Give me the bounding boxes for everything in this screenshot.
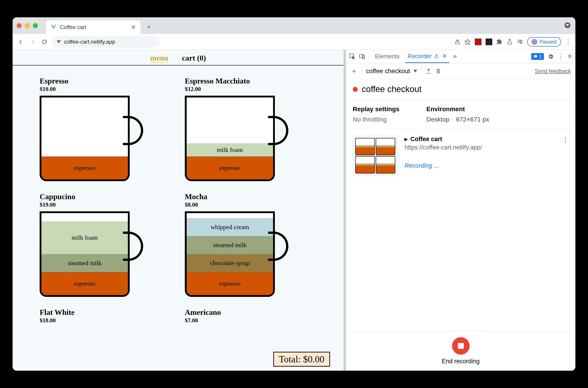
svg-marker-4 xyxy=(465,39,470,44)
nav-menu-link[interactable]: menu xyxy=(150,54,168,63)
coffee-name: Americano xyxy=(185,308,317,317)
browser-toolbar: coffee-cart.netlify.app xyxy=(13,34,575,50)
devtools-settings-icon[interactable] xyxy=(547,53,554,60)
delete-recording-icon[interactable] xyxy=(436,68,441,74)
site-info-button[interactable] xyxy=(57,40,61,44)
end-recording-label: End recording xyxy=(442,358,480,365)
inspect-element-icon[interactable] xyxy=(349,53,355,60)
layer-steamed-milk: steamed milk xyxy=(41,254,128,272)
extension-icon[interactable] xyxy=(486,39,492,45)
layer-espresso: espresso xyxy=(187,156,273,179)
close-recorder-tab-button[interactable]: ✕ xyxy=(442,53,447,59)
chevron-down-icon xyxy=(413,70,417,73)
coffee-name: Mocha xyxy=(185,193,317,201)
window-fullscreen-button[interactable] xyxy=(33,23,38,28)
bookmark-star-icon[interactable] xyxy=(465,39,471,45)
search-tabs-button[interactable] xyxy=(564,22,570,28)
back-button[interactable] xyxy=(17,38,25,46)
record-dot-icon xyxy=(353,87,358,92)
recording-dropdown[interactable]: coffee checkout xyxy=(366,68,417,75)
window-close-button[interactable] xyxy=(17,23,22,28)
environment-heading: Environment xyxy=(426,106,489,113)
export-recording-icon[interactable] xyxy=(426,68,432,74)
devtools-tab-bar: Elements Recorder ✕ 1 xyxy=(346,50,575,63)
total-badge[interactable]: Total: $0.00 xyxy=(273,352,330,367)
step-header[interactable]: ▸ Coffee cart xyxy=(405,136,555,143)
address-bar[interactable]: coffee-cart.netlify.app xyxy=(52,36,160,48)
coffee-card-americano: Americano $7.00 xyxy=(185,308,317,324)
more-tabs-button[interactable] xyxy=(453,54,458,58)
recorder-footer: End recording xyxy=(346,331,575,371)
coffee-card-espresso: Espresso $10.00 espresso xyxy=(40,77,171,183)
devtools-close-button[interactable]: ✕ xyxy=(567,53,572,60)
coffee-price: $10.00 xyxy=(40,86,171,93)
profile-avatar-icon xyxy=(532,39,537,45)
coffee-card-flat-white: Flat White $18.00 xyxy=(40,308,171,324)
tab-elements[interactable]: Elements xyxy=(373,50,402,63)
recorder-toolbar: ＋ coffee checkout Send xyxy=(346,63,575,79)
coffee-card-espresso-macchiato: Espresso Macchiato $12.00 milk foam espr… xyxy=(185,77,317,183)
expand-arrow-icon: ▸ xyxy=(405,136,408,143)
replay-throttling-value[interactable]: No throttling xyxy=(353,116,399,123)
cup-handle-icon xyxy=(268,232,288,261)
browser-tab[interactable]: Coffee cart ✕ xyxy=(46,21,141,34)
send-feedback-link[interactable]: Send feedback xyxy=(535,68,571,74)
step-title: Coffee cart xyxy=(410,136,442,143)
chrome-menu-button[interactable]: ⋮ xyxy=(565,38,571,46)
layer-espresso: espresso xyxy=(41,272,128,295)
tab-close-button[interactable]: ✕ xyxy=(131,24,136,31)
svg-marker-2 xyxy=(57,40,61,43)
labs-flask-icon[interactable] xyxy=(507,39,513,45)
new-tab-button[interactable]: + xyxy=(144,22,153,32)
coffee-price: $19.00 xyxy=(40,201,171,208)
cup-button[interactable]: milk foam steamed milk espresso xyxy=(40,211,130,297)
tab-title: Coffee cart xyxy=(60,24,86,30)
browser-window: Coffee cart ✕ + coffee-cart xyxy=(13,17,575,371)
share-icon[interactable] xyxy=(455,39,460,45)
console-messages-badge[interactable]: 1 xyxy=(531,53,544,60)
cup-handle-icon xyxy=(268,116,288,145)
window-controls xyxy=(17,17,38,34)
cup-handle-icon xyxy=(123,232,143,261)
coffee-price: $7.00 xyxy=(185,317,317,324)
end-recording-button[interactable] xyxy=(452,337,470,355)
coffee-card-cappucino: Cappucino $19.00 milk foam steamed milk … xyxy=(40,193,171,299)
tab-strip: Coffee cart ✕ + xyxy=(13,17,575,34)
layer-espresso: espresso xyxy=(187,272,273,295)
vue-favicon-icon xyxy=(50,24,57,30)
layer-milk-foam: milk foam xyxy=(41,221,128,254)
forward-button[interactable] xyxy=(28,38,37,46)
tab-recorder[interactable]: Recorder ✕ xyxy=(405,50,449,63)
nav-cart-link[interactable]: cart (0) xyxy=(182,54,206,63)
window-minimize-button[interactable] xyxy=(25,23,30,28)
svg-marker-8 xyxy=(413,70,417,73)
recording-title: coffee checkout xyxy=(362,84,421,94)
devtools-menu-button[interactable]: ⋮ xyxy=(557,53,564,60)
coffee-name: Cappucino xyxy=(40,193,171,201)
coffee-card-mocha: Mocha $8.00 whipped cream steamed milk c… xyxy=(185,193,317,299)
new-recording-button[interactable]: ＋ xyxy=(350,66,358,76)
recording-settings: Replay settings No throttling Environmen… xyxy=(346,100,575,129)
cup-button[interactable]: whipped cream steamed milk chocolate syr… xyxy=(185,211,275,297)
extensions-puzzle-icon[interactable] xyxy=(496,39,503,45)
coffee-name: Espresso Macchiato xyxy=(185,77,317,85)
app-nav: menu cart (0) xyxy=(13,50,343,66)
reload-button[interactable] xyxy=(40,38,49,46)
device-toolbar-icon[interactable] xyxy=(359,53,365,60)
reading-list-icon[interactable] xyxy=(517,39,523,45)
cup-handle-icon xyxy=(123,116,143,145)
profile-paused-button[interactable]: Paused xyxy=(527,37,561,47)
step-menu-button[interactable]: ⋮ xyxy=(562,136,569,143)
layer-chocolate-syrup: chocolate syrup xyxy=(187,254,273,272)
env-device: Desktop xyxy=(426,116,450,123)
extension-icon[interactable] xyxy=(475,39,482,45)
step-thumbnail xyxy=(353,136,398,176)
layer-milk-foam: milk foam xyxy=(187,143,273,156)
coffee-price: $12.00 xyxy=(185,86,317,93)
coffee-name: Espresso xyxy=(40,77,171,85)
layer-whipped-cream: whipped cream xyxy=(187,218,273,236)
devtools-splitter[interactable] xyxy=(343,50,346,371)
cup-button[interactable]: milk foam espresso xyxy=(185,96,275,181)
content-area: menu cart (0) Espresso $10.00 espresso xyxy=(13,50,575,371)
cup-button[interactable]: espresso xyxy=(40,96,130,181)
